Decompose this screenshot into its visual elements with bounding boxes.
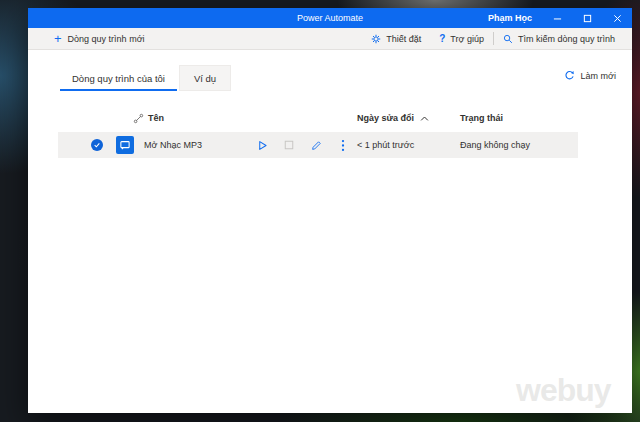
sort-ascending-icon (420, 115, 429, 122)
main-content: Dòng quy trình của tôi Ví dụ Làm mới Tên… (28, 50, 632, 412)
new-flow-button[interactable]: + Dòng quy trình mới (48, 28, 151, 49)
plus-icon: + (54, 32, 62, 45)
desktop-flow-icon (116, 136, 134, 154)
refresh-button[interactable]: Làm mới (564, 70, 616, 81)
stop-flow-button[interactable] (282, 138, 296, 152)
check-icon (93, 141, 101, 149)
column-header-modified-label: Ngày sửa đổi (357, 113, 414, 123)
maximize-icon (583, 14, 592, 23)
search-flows-button[interactable]: Tìm kiếm dòng quy trình (494, 28, 624, 49)
tab-bar: Dòng quy trình của tôi Ví dụ (58, 65, 231, 91)
titlebar: Power Automate Phạm Học (28, 8, 632, 28)
run-flow-button[interactable] (255, 138, 269, 152)
pencil-icon (311, 140, 322, 151)
tab-examples[interactable]: Ví dụ (179, 65, 231, 91)
user-name: Phạm Học (488, 13, 532, 23)
column-header-name[interactable]: Tên (148, 113, 164, 123)
minimize-icon (553, 14, 562, 23)
flow-status: Đang không chạy (460, 140, 530, 150)
settings-label: Thiết đặt (386, 34, 421, 44)
toolbar: + Dòng quy trình mới Thiết đặt ? Trợ giú… (28, 28, 632, 50)
column-header-status[interactable]: Trạng thái (460, 113, 503, 123)
more-actions-button[interactable] (336, 138, 350, 152)
flow-row[interactable]: Mở Nhạc MP3 (58, 132, 578, 158)
close-button[interactable] (602, 8, 632, 28)
tab-my-flows[interactable]: Dòng quy trình của tôi (58, 65, 179, 91)
more-dots-icon (341, 139, 345, 152)
help-label: Trợ giúp (450, 34, 484, 44)
help-button[interactable]: ? Trợ giúp (430, 28, 493, 49)
run-link-icon (133, 113, 144, 126)
app-window: Power Automate Phạm Học + Dòng quy trình… (28, 8, 632, 413)
new-flow-label: Dòng quy trình mới (68, 34, 145, 44)
titlebar-controls: Phạm Học (488, 8, 632, 28)
row-selected-checkbox[interactable] (91, 139, 103, 151)
table-header: Tên Ngày sửa đổi Trạng thái (58, 112, 606, 130)
close-icon (613, 14, 622, 23)
maximize-button[interactable] (572, 8, 602, 28)
watermark: webuy (516, 372, 611, 409)
gear-icon (371, 34, 381, 44)
settings-button[interactable]: Thiết đặt (362, 28, 430, 49)
toolbar-actions: Thiết đặt ? Trợ giúp Tìm kiếm dòng quy t… (362, 28, 624, 49)
question-icon: ? (439, 33, 445, 44)
edit-flow-button[interactable] (309, 138, 323, 152)
search-icon (503, 34, 513, 44)
search-flows-label: Tìm kiếm dòng quy trình (518, 34, 615, 44)
flow-name: Mở Nhạc MP3 (144, 140, 202, 150)
minimize-button[interactable] (542, 8, 572, 28)
flow-modified: < 1 phút trước (357, 140, 414, 150)
refresh-icon (564, 70, 575, 81)
column-header-modified[interactable]: Ngày sửa đổi (357, 113, 429, 123)
refresh-label: Làm mới (581, 71, 616, 81)
stop-icon (284, 140, 294, 150)
play-icon (257, 140, 268, 151)
